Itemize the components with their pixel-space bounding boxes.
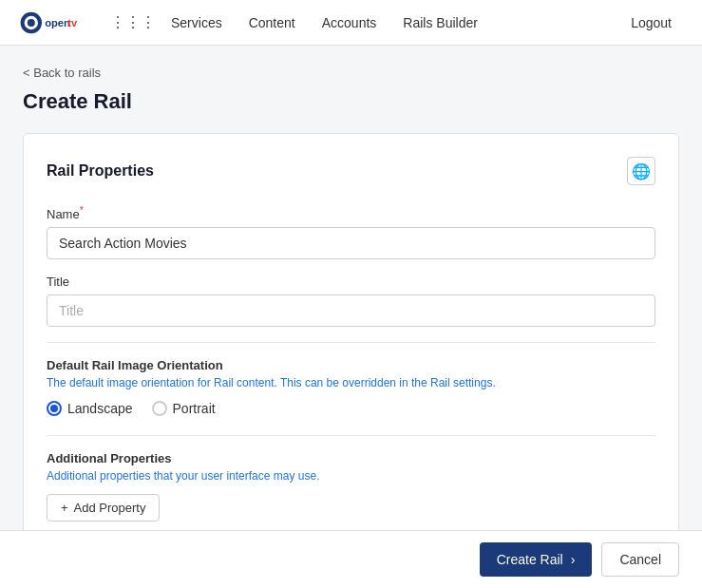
create-rail-label: Create Rail [497,552,563,567]
landscape-label: Landscape [67,401,133,416]
divider-2 [47,435,655,436]
name-input[interactable] [47,227,655,259]
create-rail-arrow: › [571,552,576,567]
add-icon: + [61,501,68,515]
card-header: Rail Properties 🌐 [47,157,655,185]
name-label: Name* [47,204,655,221]
portrait-label: Portrait [173,401,216,416]
globe-button[interactable]: 🌐 [627,157,655,185]
cancel-button[interactable]: Cancel [601,542,679,577]
title-input[interactable] [47,294,655,327]
footer-bar: Create Rail › Cancel [0,530,702,588]
rail-properties-title: Rail Properties [47,162,154,180]
landscape-radio[interactable] [47,401,62,416]
additional-properties-section: Additional Properties Additional propert… [47,451,655,522]
orientation-desc: The default image orientation for Rail c… [47,376,655,389]
divider-1 [47,342,655,343]
landscape-option[interactable]: Landscape [47,401,133,416]
create-rail-button[interactable]: Create Rail › [480,542,593,577]
orientation-section: Default Rail Image Orientation The defau… [47,358,655,416]
opentv-logo: open tv [19,9,87,36]
add-property-label: Add Property [74,501,146,515]
nav-accounts[interactable]: Accounts [311,9,389,36]
title-label: Title [47,275,655,289]
page-title: Create Rail [23,89,679,114]
rail-properties-card: Rail Properties 🌐 Name* Title Default Ra… [23,133,679,588]
svg-text:tv: tv [67,17,78,28]
nav-links: Services Content Accounts Rails Builder [160,9,619,36]
add-property-button[interactable]: + Add Property [47,494,160,522]
portrait-option[interactable]: Portrait [152,401,216,416]
nav-content[interactable]: Content [237,9,307,36]
grid-icon[interactable]: ⋮⋮⋮ [110,13,156,31]
nav-services[interactable]: Services [160,9,234,36]
orientation-title: Default Rail Image Orientation [47,358,655,372]
logout-button[interactable]: Logout [619,9,683,36]
page-container: Back to rails Create Rail Rail Propertie… [0,46,702,588]
orientation-radio-group: Landscape Portrait [47,401,655,416]
svg-text:open: open [45,17,70,28]
navbar: open tv ⋮⋮⋮ Services Content Accounts Ra… [0,0,702,46]
globe-icon: 🌐 [632,162,651,180]
portrait-radio[interactable] [152,401,167,416]
title-field-group: Title [47,275,655,327]
nav-right: Logout [619,9,683,36]
name-field-group: Name* [47,204,655,259]
back-to-rails-link[interactable]: Back to rails [23,66,101,80]
nav-rails-builder[interactable]: Rails Builder [391,9,489,36]
svg-point-2 [28,19,35,27]
additional-properties-title: Additional Properties [47,451,655,465]
additional-properties-desc: Additional properties that your user int… [47,469,655,483]
brand-logo: open tv [19,9,87,36]
